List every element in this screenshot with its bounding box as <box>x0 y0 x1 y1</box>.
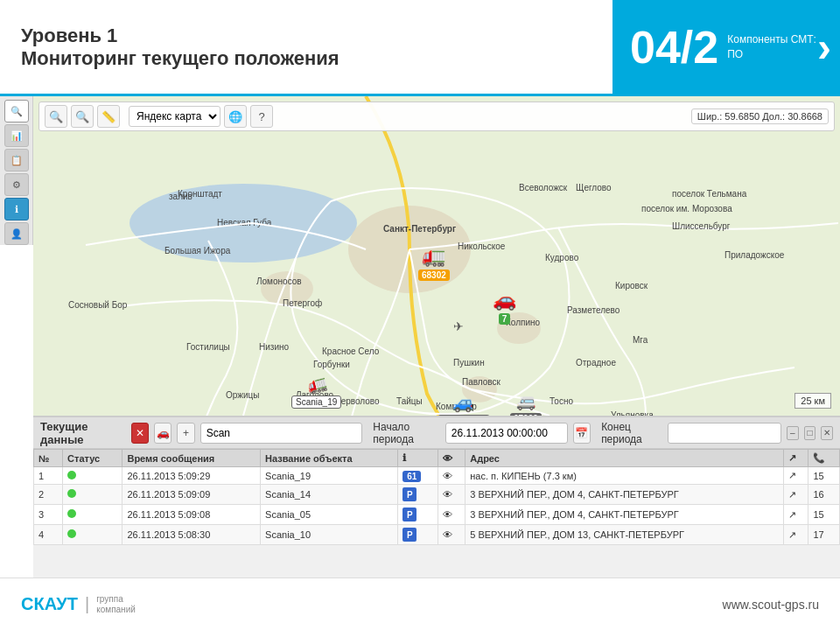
footer: СКАУТ | группакомпаний www.scout-gps.ru <box>0 578 840 630</box>
measure-button[interactable]: 📏 <box>97 105 120 128</box>
svg-text:Кронштадт: Кронштадт <box>178 189 222 199</box>
zoom-in-button[interactable]: 🔍 <box>45 105 67 128</box>
logo-text: СКАУТ <box>21 594 78 614</box>
calendar-start-button[interactable]: 📅 <box>573 423 591 444</box>
sidebar-btn-zoom-in[interactable]: 🔍 <box>4 100 29 122</box>
vehicle-marker-scania19[interactable]: 🚛 Scania_19 <box>291 374 341 409</box>
data-add-button[interactable]: + <box>177 423 194 444</box>
vehicle-marker-7[interactable]: 🚗 7 <box>493 289 516 325</box>
table-row[interactable]: 4 26.11.2013 5:08:30 Scania_10 P 👁 5 ВЕР… <box>34 525 840 545</box>
col-status: Статус <box>63 450 122 467</box>
close-data-button[interactable]: ✕ <box>131 423 149 444</box>
cell-time: 26.11.2013 5:09:08 <box>122 505 261 525</box>
cell-phone: 15 <box>808 467 840 485</box>
header-right: 04/2 Компоненты СМТ:ПО › <box>612 0 840 94</box>
sidebar: 🔍 📊 📋 ⚙ ℹ 👤 <box>0 96 33 245</box>
svg-text:Разметелево: Разметелево <box>567 305 620 315</box>
svg-text:Щеглово: Щеглово <box>576 183 612 192</box>
cell-status <box>63 467 122 485</box>
scan-input[interactable] <box>200 423 363 444</box>
cell-address: 5 ВЕРХНИЙ ПЕР., ДОМ 13, САНКТ-ПЕТЕРБУРГ <box>466 525 784 545</box>
sidebar-btn-settings[interactable]: ⚙ <box>4 173 29 196</box>
layers-button[interactable]: 🌐 <box>224 105 247 128</box>
svg-text:Низино: Низино <box>259 342 290 352</box>
table-row[interactable]: 3 26.11.2013 5:09:08 Scania_05 P 👁 3 ВЕР… <box>34 505 840 525</box>
sidebar-btn-chart[interactable]: 📊 <box>4 124 29 147</box>
col-num: № <box>34 450 63 467</box>
map-type-select[interactable]: Яндекс карта Спутник Гибрид <box>129 106 220 127</box>
svg-text:Ломоносов: Ломоносов <box>256 276 302 286</box>
svg-text:Отрадное: Отрадное <box>576 358 616 368</box>
svg-text:Всеволожск: Всеволожск <box>519 183 568 192</box>
table-row[interactable]: 2 26.11.2013 5:09:09 Scania_14 P 👁 3 ВЕР… <box>34 485 840 505</box>
svg-text:Павловск: Павловск <box>462 377 501 387</box>
table-row[interactable]: 1 26.11.2013 5:09:29 Scania_19 61 👁 нас.… <box>34 467 840 485</box>
cell-phone: 17 <box>808 525 840 545</box>
vehicle-icon-button[interactable]: 🚗 <box>154 423 172 444</box>
map-scale: 25 км <box>794 393 831 409</box>
logo-group: группакомпаний <box>96 594 136 615</box>
slide-info: Компоненты СМТ:ПО <box>727 32 816 62</box>
cell-eye[interactable]: 👁 <box>438 485 465 505</box>
vehicle-marker-68302[interactable]: 🚛 68302 <box>418 245 450 281</box>
svg-text:Оржицы: Оржицы <box>226 390 260 400</box>
map-coordinates: Шир.: 59.6850 Дол.: 30.8668 <box>691 108 829 124</box>
vehicle-label-scania19: Scania_19 <box>291 396 341 409</box>
col-time: Время сообщения <box>122 450 261 467</box>
cell-num: 2 <box>34 485 63 505</box>
svg-text:Петергоф: Петергоф <box>283 298 322 308</box>
cell-address: 3 ВЕРХНИЙ ПЕР., ДОМ 4, САНКТ-ПЕТЕРБУРГ <box>466 505 784 525</box>
cell-status <box>63 525 122 545</box>
vehicle-marker-evgeniy[interactable]: 🚙 Евгений Е. <box>438 392 490 416</box>
slide-label: Компоненты СМТ:ПО <box>727 32 816 62</box>
help-button[interactable]: ? <box>250 105 273 128</box>
col-address: Адрес <box>466 450 784 467</box>
svg-text:Пушкин: Пушкин <box>453 358 485 368</box>
table-header-row: № Статус Время сообщения Название объект… <box>34 450 840 467</box>
cell-phone: 16 <box>808 485 840 505</box>
period-end-input[interactable] <box>668 423 781 444</box>
period-start-label: Начало периода <box>373 421 439 445</box>
svg-text:Гостилицы: Гостилицы <box>186 342 230 352</box>
website-link[interactable]: www.scout-gps.ru <box>723 598 819 612</box>
vehicle-marker-67009[interactable]: 🚐 67009 <box>510 392 542 416</box>
svg-text:Красное Село: Красное Село <box>322 346 380 356</box>
sidebar-btn-user[interactable]: 👤 <box>4 222 29 245</box>
cell-status <box>63 485 122 505</box>
cell-signal: ↗ <box>783 485 808 505</box>
svg-text:Сосновый Бор: Сосновый Бор <box>68 300 128 310</box>
logo-divider: | <box>85 594 89 614</box>
cell-eye[interactable]: 👁 <box>438 525 465 545</box>
cell-name: Scania_10 <box>261 525 398 545</box>
zoom-out-button[interactable]: 🔍 <box>71 105 94 128</box>
close-window-button[interactable]: ✕ <box>821 426 833 440</box>
cell-badge: 61 <box>398 467 438 485</box>
svg-text:Санкт-Петербург: Санкт-Петербург <box>383 224 456 234</box>
cell-eye[interactable]: 👁 <box>438 467 465 485</box>
svg-text:поселок им. Морозова: поселок им. Морозова <box>641 204 732 214</box>
map-toolbar: 🔍 🔍 📏 Яндекс карта Спутник Гибрид 🌐 ? Ши… <box>38 102 835 131</box>
cell-address: 3 ВЕРХНИЙ ПЕР., ДОМ 4, САНКТ-ПЕТЕРБУРГ <box>466 485 784 505</box>
maximize-button[interactable]: □ <box>804 426 816 440</box>
cell-status <box>63 505 122 525</box>
cell-signal: ↗ <box>783 467 808 485</box>
next-slide-button[interactable]: › <box>817 26 831 68</box>
cell-address: нас. п. КИПЕНЬ (7.3 км) <box>466 467 784 485</box>
sidebar-btn-list[interactable]: 📋 <box>4 149 29 172</box>
table-body: 1 26.11.2013 5:09:29 Scania_19 61 👁 нас.… <box>34 467 840 545</box>
header: Уровень 1 Мониторинг текущего положения … <box>0 0 840 96</box>
svg-text:Кудрово: Кудрово <box>545 253 579 262</box>
cell-eye[interactable]: 👁 <box>438 505 465 525</box>
period-start-input[interactable] <box>445 423 568 444</box>
cell-num: 1 <box>34 467 63 485</box>
slide-title1: Уровень 1 <box>21 24 592 47</box>
cell-badge: P <box>398 505 438 525</box>
sidebar-btn-info[interactable]: ℹ <box>4 198 29 220</box>
minimize-button[interactable]: – <box>787 426 799 440</box>
col-name: Название объекта <box>261 450 398 467</box>
cell-phone: 15 <box>808 505 840 525</box>
vehicle-badge-68302: 68302 <box>418 270 450 281</box>
svg-text:✈: ✈ <box>453 319 464 333</box>
svg-text:Кировск: Кировск <box>615 281 648 290</box>
slide-number: 04/2 <box>630 24 718 70</box>
